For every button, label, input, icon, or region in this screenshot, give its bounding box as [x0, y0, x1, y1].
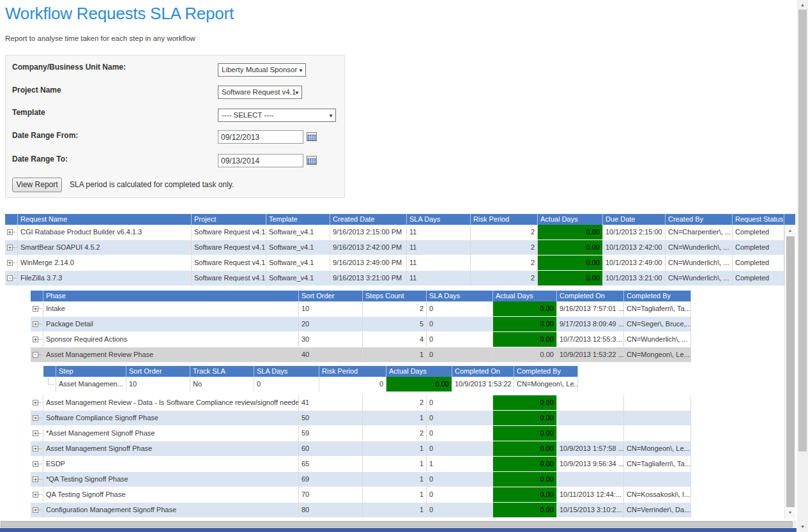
expander-cell: +: [31, 457, 43, 472]
expand-icon[interactable]: +: [33, 461, 38, 467]
phase-cell-steps: 1: [363, 441, 427, 457]
phase-cell-actual: 0.00: [493, 457, 557, 472]
phase-row[interactable]: +Asset Management Review - Data - Is Sof…: [31, 395, 691, 411]
phase-cell-phase: Asset Management Review Phase: [43, 347, 299, 363]
phase-cell-completed-on: 9/17/2013 8:09:49 ...: [557, 317, 624, 332]
collapse-icon[interactable]: -: [7, 275, 13, 281]
expander-cell: -: [5, 271, 18, 286]
report-vertical-scrollbar[interactable]: ▲ ▼: [784, 225, 795, 519]
dotted-connector: [38, 418, 42, 418]
project-select[interactable]: Software Request v4.1 ▼: [218, 86, 302, 99]
expand-icon[interactable]: +: [7, 229, 13, 235]
step-cell-completed-by: CN=Mongeon\, Le...: [514, 377, 578, 392]
phase-row[interactable]: +ESDP65110.0010/9/2013 9:56:34 ...CN=Tag…: [31, 457, 691, 472]
scroll-down-icon[interactable]: ▼: [785, 508, 795, 518]
phase-cell-sla: 0: [427, 317, 493, 332]
phase-cell-completed-by: CN=Verrinder\, Da...: [624, 503, 691, 518]
expand-icon[interactable]: +: [33, 430, 38, 436]
col-header-sla-days: SLA Days: [254, 366, 319, 377]
expander-cell: +: [31, 426, 43, 441]
phase-row[interactable]: +Asset Management Signoff Phase60100.001…: [31, 441, 691, 457]
col-header-completed-by: Completed By: [624, 291, 691, 301]
request-cell-due: 10/1/2013 2:49:00 ...: [603, 255, 666, 271]
request-row[interactable]: -FileZilla 3.7.3Software Request v4.1Sof…: [5, 271, 795, 286]
phase-cell-completed-by: CN=Tagliaferri\, Ta...: [624, 457, 691, 472]
expand-icon[interactable]: +: [33, 476, 38, 482]
phase-cell-completed-by: CN=Kossakoski\, I...: [624, 487, 691, 503]
phase-cell-phase: *Asset Management Signoff Phase: [43, 426, 299, 441]
expand-icon[interactable]: +: [33, 507, 38, 513]
phase-cell-phase: Package Detail: [43, 317, 299, 332]
step-header-row: StepSort OrderTrack SLASLA DaysRisk Peri…: [43, 366, 578, 377]
date-from-calendar-button[interactable]: [307, 132, 317, 142]
phase-cell-sla: 1: [427, 457, 493, 472]
col-header-steps-count: Steps Count: [363, 291, 427, 301]
phase-cell-completed-by: [624, 411, 691, 426]
phase-row[interactable]: -Asset Management Review Phase40100.0010…: [31, 347, 691, 363]
date-to-label: Date Range To:: [12, 155, 68, 163]
phase-cell-actual: 0.00: [493, 347, 557, 363]
phase-header-row: PhaseSort OrderSteps CountSLA DaysActual…: [31, 291, 691, 301]
phase-row[interactable]: +Sponsor Required Actions30400.0010/7/20…: [31, 332, 691, 347]
collapse-icon[interactable]: -: [33, 352, 38, 358]
expander-cell: +: [31, 317, 43, 332]
expander-column-header: [5, 214, 18, 225]
template-select-value: ---- SELECT ----: [222, 111, 274, 119]
step-cell-step: Asset Managemen...: [56, 377, 126, 392]
phase-table: PhaseSort OrderSteps CountSLA DaysActual…: [31, 291, 691, 363]
report-horizontal-scrollbar[interactable]: [0, 521, 797, 528]
phase-row[interactable]: +*Asset Management Signoff Phase59200.00: [31, 426, 691, 441]
expander-column-header: [31, 291, 43, 301]
company-select[interactable]: Liberty Mutual Sponsor ▼: [218, 63, 306, 77]
request-cell-sla-days: 11: [407, 240, 471, 255]
date-to-calendar-button[interactable]: [307, 155, 317, 165]
phase-row[interactable]: +*QA Testing Signoff Phase69100.00: [31, 472, 691, 487]
phase-cell-sla: 0: [427, 411, 493, 426]
request-cell-status: Completed: [733, 255, 784, 271]
phase-cell-actual: 0.00: [493, 503, 557, 518]
report-hscroll-thumb[interactable]: [1, 521, 793, 528]
phase-row[interactable]: +Software Compliance Signoff Phase50100.…: [31, 411, 691, 426]
browser-scrollbar[interactable]: ▲ ▼: [797, 0, 808, 532]
template-select[interactable]: ---- SELECT ---- ▼: [218, 109, 336, 122]
expand-icon[interactable]: +: [33, 321, 38, 327]
expand-icon[interactable]: +: [7, 260, 13, 266]
request-cell-name: FileZilla 3.7.3: [18, 271, 192, 286]
expand-icon[interactable]: +: [33, 337, 38, 342]
scroll-up-icon[interactable]: ▲: [797, 0, 808, 10]
phase-row[interactable]: +Package Detail20500.009/17/2013 8:09:49…: [31, 317, 691, 332]
phase-cell-steps: 1: [363, 457, 427, 472]
scroll-down-icon[interactable]: ▼: [797, 522, 808, 532]
scroll-up-icon[interactable]: ▲: [785, 225, 795, 236]
phase-cell-completed-on: [557, 472, 624, 487]
phase-row[interactable]: +Intake10200.009/16/2013 7:57:01 ...CN=T…: [31, 301, 691, 317]
request-row[interactable]: +WinMerge 2.14.0Software Request v4.1Sof…: [5, 255, 795, 271]
expand-icon[interactable]: +: [33, 446, 38, 452]
request-cell-risk-period: 2: [471, 240, 538, 255]
expand-icon[interactable]: +: [33, 492, 38, 498]
request-row[interactable]: +CGI Ratabase Product Builder v6.4.1.3So…: [5, 225, 795, 240]
expand-icon[interactable]: +: [33, 400, 38, 406]
request-cell-name: SmartBear SOAPUI 4.5.2: [18, 240, 192, 255]
phase-cell-sort: 69: [299, 472, 363, 487]
expand-icon[interactable]: +: [7, 245, 13, 250]
date-from-input[interactable]: [218, 130, 303, 144]
step-cell-completed-on: 10/9/2013 1:53:22 ...: [452, 377, 514, 392]
view-report-button[interactable]: View Report: [12, 178, 62, 192]
phase-row[interactable]: +QA Testing Signoff Phase70100.0010/11/2…: [31, 487, 691, 503]
expand-icon[interactable]: +: [33, 415, 38, 421]
phase-row[interactable]: +Configuration Management Signoff Phase8…: [31, 503, 691, 518]
expander-cell: +: [31, 472, 43, 487]
expander-cell: +: [5, 225, 18, 240]
report-vscroll-thumb[interactable]: [786, 236, 795, 507]
request-cell-project: Software Request v4.1: [192, 225, 266, 240]
expander-cell: -: [31, 347, 43, 363]
request-cell-created-by: CN=Wunderlich\, ...: [666, 255, 733, 271]
request-row[interactable]: +SmartBear SOAPUI 4.5.2Software Request …: [5, 240, 795, 255]
expand-icon[interactable]: +: [33, 306, 38, 312]
date-to-input[interactable]: [218, 154, 303, 167]
step-row[interactable]: Asset Managemen...10No000.0010/9/2013 1:…: [43, 377, 578, 392]
col-header-request-status: Request Status: [733, 214, 784, 225]
browser-scroll-thumb[interactable]: [798, 10, 807, 452]
phase-cell-phase: Asset Management Review - Data - Is Soft…: [43, 395, 299, 411]
